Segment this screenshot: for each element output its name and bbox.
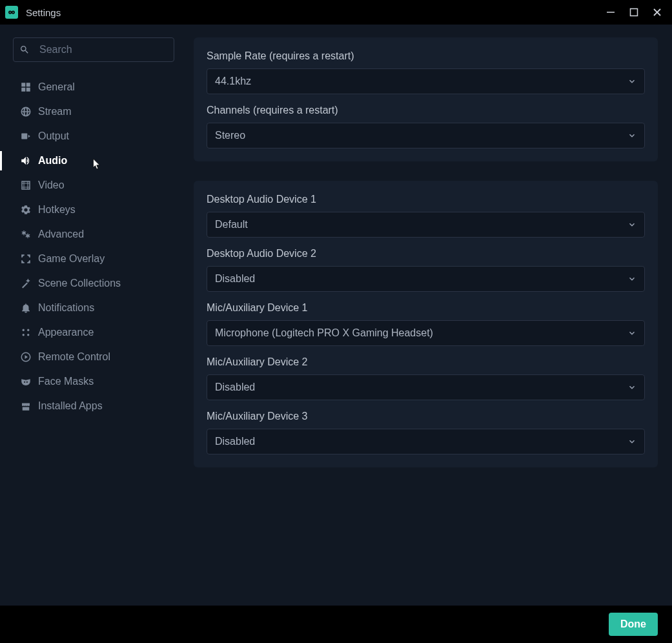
close-button[interactable] [653,8,662,17]
svg-point-0 [9,11,11,14]
sidebar-item-installed-apps[interactable]: Installed Apps [13,394,194,418]
field-label: Desktop Audio Device 2 [207,248,645,260]
store-icon [19,400,33,412]
field-desktop-audio-2: Desktop Audio Device 2Disabled [207,248,645,292]
sidebar-item-advanced[interactable]: Advanced [13,222,194,247]
select-mic-aux-1[interactable]: Microphone (Logitech PRO X Gaming Headse… [207,320,645,346]
main: GeneralStreamOutputAudioVideoHotkeysAdva… [0,25,672,606]
sidebar-item-remote-control[interactable]: Remote Control [13,345,194,369]
footer: Done [0,606,672,643]
sidebar-item-stream[interactable]: Stream [13,99,194,124]
search-input[interactable] [13,37,174,62]
done-button[interactable]: Done [609,613,658,636]
field-sample-rate: Sample Rate (requires a restart)44.1khz [207,50,645,94]
sidebar-item-hotkeys[interactable]: Hotkeys [13,198,194,222]
field-label: Mic/Auxiliary Device 1 [207,302,645,314]
expand-icon [19,253,33,265]
sidebar-item-audio[interactable]: Audio [13,148,194,173]
sidebar-item-label: Advanced [38,229,84,240]
svg-rect-8 [21,88,25,92]
svg-rect-10 [21,134,27,139]
svg-point-1 [12,11,14,14]
select-value: Stereo [215,130,245,141]
sidebar-item-face-masks[interactable]: Face Masks [13,369,194,394]
field-label: Channels (requires a restart) [207,105,645,116]
field-label: Mic/Auxiliary Device 3 [207,411,645,422]
select-mic-aux-3[interactable]: Disabled [207,429,645,454]
sidebar-item-label: Output [38,130,69,142]
content: Sample Rate (requires a restart)44.1khzC… [194,25,672,606]
maximize-button[interactable] [629,8,638,17]
select-value: 44.1khz [215,76,251,87]
sidebar-item-general[interactable]: General [13,75,194,99]
field-mic-aux-3: Mic/Auxiliary Device 3Disabled [207,411,645,454]
sidebar-item-label: Installed Apps [38,400,103,412]
svg-point-14 [27,329,29,331]
sidebar-item-label: Stream [38,106,72,117]
sidebar-item-label: Notifications [38,302,94,314]
select-desktop-audio-1[interactable]: Default [207,212,645,238]
field-label: Desktop Audio Device 1 [207,194,645,205]
wand-icon [19,278,33,289]
svg-point-15 [23,334,25,336]
sidebar-item-game-overlay[interactable]: Game Overlay [13,247,194,271]
output-icon [19,130,33,142]
titlebar: Settings [0,0,672,25]
sidebar-item-output[interactable]: Output [13,124,194,148]
grip-icon [19,327,33,338]
film-icon [19,179,33,191]
sidebar-item-label: Hotkeys [38,204,76,216]
select-desktop-audio-2[interactable]: Disabled [207,266,645,292]
chevron-down-icon [627,383,636,392]
chevron-down-icon [627,274,636,283]
sidebar-item-scene-collections[interactable]: Scene Collections [13,271,194,296]
sidebar: GeneralStreamOutputAudioVideoHotkeysAdva… [0,25,194,606]
select-sample-rate[interactable]: 44.1khz [207,68,645,94]
svg-rect-7 [26,83,30,87]
select-mic-aux-2[interactable]: Disabled [207,374,645,400]
svg-rect-3 [631,9,638,16]
sidebar-item-label: Remote Control [38,351,110,363]
sidebar-item-video[interactable]: Video [13,173,194,198]
play-circle-icon [19,351,33,363]
svg-rect-6 [21,83,25,87]
chevron-down-icon [627,329,636,338]
window-controls [606,8,667,17]
app-icon [5,6,18,19]
field-label: Mic/Auxiliary Device 2 [207,356,645,368]
select-value: Default [215,219,248,230]
svg-rect-9 [26,88,30,92]
select-channels[interactable]: Stereo [207,123,645,148]
chevron-down-icon [627,77,636,86]
field-mic-aux-2: Mic/Auxiliary Device 2Disabled [207,356,645,400]
gear-icon [19,204,33,216]
settings-panel: Desktop Audio Device 1DefaultDesktop Aud… [194,181,658,467]
svg-point-16 [27,334,29,336]
sidebar-item-notifications[interactable]: Notifications [13,296,194,320]
field-channels: Channels (requires a restart)Stereo [207,105,645,148]
field-desktop-audio-1: Desktop Audio Device 1Default [207,194,645,238]
sidebar-item-label: Audio [38,155,67,167]
grid-icon [19,81,33,93]
speaker-icon [19,155,33,167]
search-wrap [13,37,174,62]
bell-icon [19,302,33,314]
mask-icon [19,376,33,387]
field-mic-aux-1: Mic/Auxiliary Device 1Microphone (Logite… [207,302,645,346]
svg-point-12 [26,234,30,238]
select-value: Microphone (Logitech PRO X Gaming Headse… [215,327,433,339]
minimize-button[interactable] [606,8,615,17]
field-label: Sample Rate (requires a restart) [207,50,645,62]
globe-icon [19,106,33,117]
svg-point-13 [23,329,25,331]
select-value: Disabled [215,382,255,393]
gears-icon [19,229,33,240]
svg-point-11 [23,232,26,235]
search-icon [19,45,30,55]
sidebar-item-label: General [38,81,75,93]
select-value: Disabled [215,436,255,447]
sidebar-item-label: Scene Collections [38,278,121,289]
sidebar-item-label: Appearance [38,327,94,338]
sidebar-item-appearance[interactable]: Appearance [13,320,194,345]
nav: GeneralStreamOutputAudioVideoHotkeysAdva… [13,75,194,418]
